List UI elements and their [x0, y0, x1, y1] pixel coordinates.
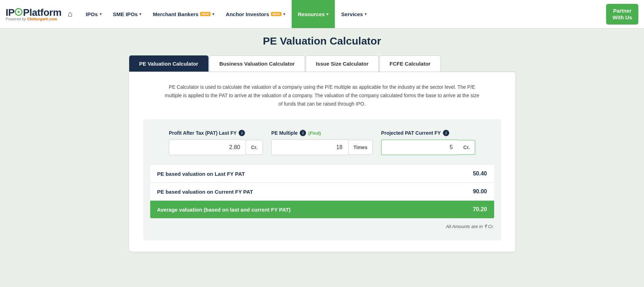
pe-input-group: PE Multiple i (Find) Times — [271, 130, 373, 155]
chevron-down-icon: ▾ — [283, 12, 285, 16]
inputs-section: Profit After Tax (PAT) Last FY i Cr. PE … — [143, 119, 501, 240]
pat-input[interactable] — [169, 140, 246, 155]
tab-business-valuation[interactable]: Business Valuation Calculator — [209, 55, 305, 72]
result-row-last-fy: PE based valuation on Last FY PAT 50.40 — [150, 165, 494, 183]
pat-label: Profit After Tax (PAT) Last FY i — [169, 130, 263, 136]
nav-item-anchor-investors[interactable]: Anchor Investors NEW ▾ — [221, 8, 290, 20]
new-badge-merchant: NEW — [200, 12, 211, 16]
chevron-down-icon: ▾ — [212, 12, 214, 16]
pe-input-with-unit: Times — [271, 140, 373, 155]
nav-label-anchor-investors: Anchor Investors — [226, 11, 269, 17]
projected-input-with-unit: Cr. — [381, 140, 475, 155]
nav-label-services: Services — [341, 11, 363, 17]
nav-item-services[interactable]: Services ▾ — [336, 8, 372, 20]
chevron-down-icon: ▾ — [100, 12, 102, 16]
projected-label: Projected PAT Current FY i — [381, 130, 475, 136]
home-icon[interactable]: ⌂ — [68, 9, 72, 19]
result-value-last-fy: 50.40 — [473, 171, 487, 177]
pe-info-icon[interactable]: i — [300, 130, 306, 136]
find-link[interactable]: (Find) — [308, 131, 321, 136]
logo-circle-icon — [15, 8, 22, 16]
calc-description: PE Calculator is used to calculate the v… — [164, 83, 480, 108]
pat-info-icon[interactable]: i — [239, 130, 245, 136]
projected-input-group: Projected PAT Current FY i Cr. — [381, 130, 475, 155]
chevron-down-icon: ▾ — [139, 12, 141, 16]
projected-input[interactable] — [381, 140, 458, 155]
tab-fcfe[interactable]: FCFE Calculator — [379, 55, 441, 72]
nav-items: IPOs ▾ SME IPOs ▾ Merchant Bankers NEW ▾… — [81, 0, 603, 28]
pe-label: PE Multiple i (Find) — [271, 130, 373, 136]
nav-item-ipos[interactable]: IPOs ▾ — [81, 8, 106, 20]
pat-input-with-unit: Cr. — [169, 140, 263, 155]
inputs-row: Profit After Tax (PAT) Last FY i Cr. PE … — [150, 130, 494, 155]
result-row-current-fy: PE based valuation on Current FY PAT 90.… — [150, 183, 494, 201]
pe-input[interactable] — [271, 140, 348, 155]
amounts-note: All Amounts are in ₹ Cr. — [150, 224, 494, 229]
nav-item-sme-ipos[interactable]: SME IPOs ▾ — [108, 8, 147, 20]
tab-issue-size[interactable]: Issue Size Calculator — [306, 55, 379, 72]
nav-item-resources[interactable]: Resources ▾ — [292, 0, 335, 28]
logo[interactable]: IPPlatform Powered by Chittorgarh.com — [6, 7, 61, 21]
result-row-average: Average valuation (based on last and cur… — [150, 201, 494, 218]
nav-label-sme-ipos: SME IPOs — [113, 11, 138, 17]
page-content: PE Valuation Calculator PE Valuation Cal… — [0, 28, 644, 266]
projected-unit-label: Cr. — [458, 140, 475, 155]
navbar: IPPlatform Powered by Chittorgarh.com ⌂ … — [0, 0, 644, 28]
result-value-current-fy: 90.00 — [473, 188, 487, 195]
result-label-average: Average valuation (based on last and cur… — [157, 207, 291, 213]
nav-label-merchant-bankers: Merchant Bankers — [153, 11, 198, 17]
result-value-average: 70.20 — [473, 206, 487, 213]
calculator-card: PE Calculator is used to calculate the v… — [129, 72, 515, 252]
pat-input-group: Profit After Tax (PAT) Last FY i Cr. — [169, 130, 263, 155]
page-title: PE Valuation Calculator — [14, 35, 630, 47]
nav-item-merchant-bankers[interactable]: Merchant Bankers NEW ▾ — [148, 8, 219, 20]
nav-label-ipos: IPOs — [86, 11, 98, 17]
chevron-down-icon: ▾ — [365, 12, 367, 16]
nav-label-resources: Resources — [298, 11, 325, 17]
result-label-current-fy: PE based valuation on Current FY PAT — [157, 189, 253, 195]
new-badge-anchor: NEW — [271, 12, 281, 16]
result-label-last-fy: PE based valuation on Last FY PAT — [157, 171, 245, 177]
pe-unit-label: Times — [348, 140, 373, 155]
tabs-bar: PE Valuation Calculator Business Valuati… — [129, 55, 515, 72]
chevron-down-icon: ▾ — [326, 12, 328, 16]
tab-pe-valuation[interactable]: PE Valuation Calculator — [129, 55, 208, 72]
results-table: PE based valuation on Last FY PAT 50.40 … — [150, 165, 494, 218]
partner-button[interactable]: PartnerWith Us — [606, 4, 638, 25]
projected-info-icon[interactable]: i — [443, 130, 449, 136]
pat-unit-label: Cr. — [246, 140, 263, 155]
